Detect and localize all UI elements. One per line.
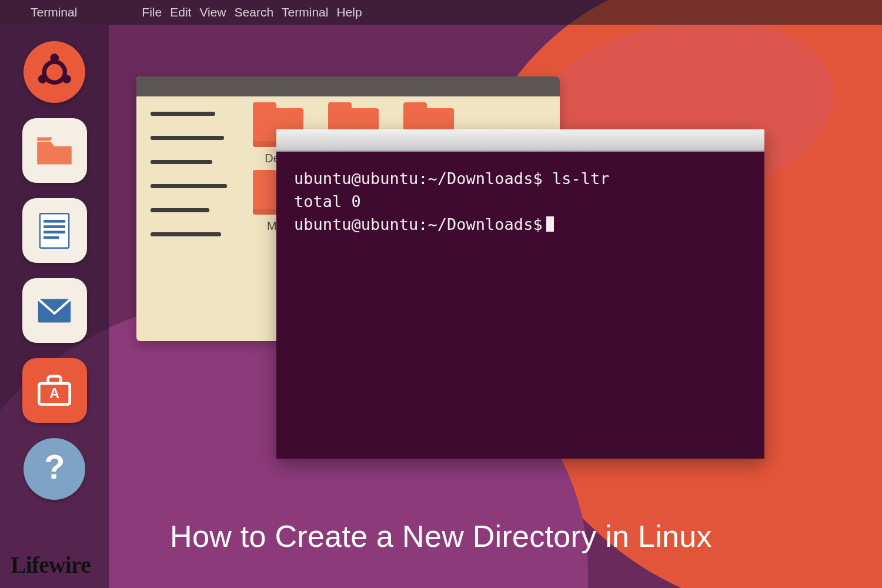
svg-rect-7 xyxy=(44,230,65,233)
svg-point-1 xyxy=(50,54,59,62)
desktop-illustration: Terminal File Edit View Search Terminal … xyxy=(0,0,882,588)
question-mark-icon: ? xyxy=(33,447,76,491)
menu-help[interactable]: Help xyxy=(336,5,362,19)
sidebar-item-placeholder[interactable] xyxy=(151,232,221,236)
menu-terminal[interactable]: Terminal xyxy=(282,5,328,19)
lifewire-watermark: Lifewire xyxy=(11,551,91,579)
mail-icon[interactable] xyxy=(22,278,87,343)
svg-rect-5 xyxy=(44,220,65,223)
sidebar-item-placeholder[interactable] xyxy=(151,208,209,212)
menu-view[interactable]: View xyxy=(199,5,226,19)
sidebar-item-placeholder[interactable] xyxy=(151,112,215,116)
text-editor-icon[interactable] xyxy=(22,198,87,263)
svg-rect-8 xyxy=(44,236,59,239)
briefcase-icon: A xyxy=(32,368,77,413)
app-menu: File Edit View Search Terminal Help xyxy=(142,5,362,19)
folder-icon xyxy=(32,128,77,173)
menu-file[interactable]: File xyxy=(142,5,162,19)
svg-point-2 xyxy=(38,75,47,83)
sidebar-item-placeholder[interactable] xyxy=(151,136,224,140)
terminal-line: total 0 xyxy=(294,192,361,211)
software-center-icon[interactable]: A xyxy=(22,358,87,423)
files-icon[interactable] xyxy=(22,118,87,183)
terminal-titlebar[interactable] xyxy=(276,129,764,152)
svg-point-0 xyxy=(44,62,65,82)
active-app-label: Terminal xyxy=(31,5,77,19)
svg-rect-6 xyxy=(44,225,65,228)
menu-edit[interactable]: Edit xyxy=(170,5,191,19)
launcher-dock: A ? xyxy=(0,25,109,588)
ubuntu-dash-icon[interactable] xyxy=(24,41,85,103)
sidebar-item-placeholder[interactable] xyxy=(151,184,227,188)
ubuntu-logo-icon xyxy=(33,51,76,94)
terminal-cursor-icon xyxy=(546,216,554,232)
article-headline: How to Create a New Directory in Linux xyxy=(0,519,882,554)
menu-search[interactable]: Search xyxy=(235,5,274,19)
top-menu-bar: Terminal File Edit View Search Terminal … xyxy=(0,0,882,25)
file-manager-titlebar[interactable] xyxy=(136,76,560,96)
terminal-window[interactable]: ubuntu@ubuntu:~/Downloads$ ls-ltr total … xyxy=(276,129,764,459)
terminal-output[interactable]: ubuntu@ubuntu:~/Downloads$ ls-ltr total … xyxy=(276,152,764,251)
document-icon xyxy=(32,208,77,253)
terminal-line: ubuntu@ubuntu:~/Downloads$ ls-ltr xyxy=(294,169,609,188)
svg-point-3 xyxy=(62,75,71,83)
svg-text:A: A xyxy=(49,385,59,400)
svg-text:?: ? xyxy=(44,448,65,486)
file-manager-sidebar xyxy=(136,96,242,341)
terminal-prompt: ubuntu@ubuntu:~/Downloads$ xyxy=(294,215,543,233)
sidebar-item-placeholder[interactable] xyxy=(151,160,212,164)
envelope-icon xyxy=(32,288,77,333)
help-icon[interactable]: ? xyxy=(24,438,85,500)
